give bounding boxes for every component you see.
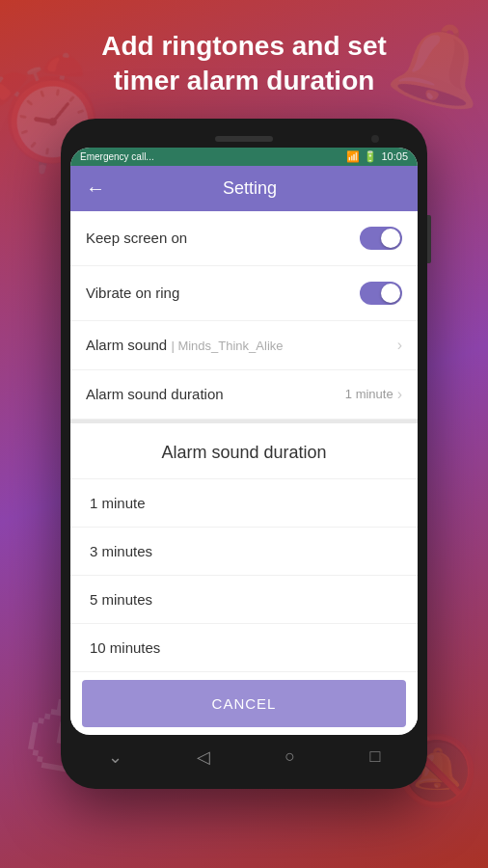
app-bar: ← Setting — [70, 166, 418, 211]
phone-frame: Emergency call... 📶 🔋 10:05 ← Setting Ke… — [61, 119, 427, 789]
duration-chevron-icon: › — [397, 386, 402, 403]
chevron-right-icon: › — [397, 337, 402, 354]
side-button — [427, 215, 431, 263]
alarm-sound-arrow: › — [397, 337, 402, 354]
dialog-title: Alarm sound duration — [70, 423, 418, 479]
speaker — [215, 136, 273, 142]
alarm-duration-value: 1 minute › — [345, 386, 402, 403]
keep-screen-thumb — [381, 229, 400, 248]
phone-top — [70, 128, 418, 148]
setting-vibrate-ring[interactable]: Vibrate on ring — [70, 266, 418, 321]
status-carrier: Emergency call... — [80, 151, 154, 162]
alarm-sound-label: Alarm sound | Minds_Think_Alike — [86, 337, 284, 353]
phone-bottom-nav: ⌄ ◁ ○ □ — [70, 735, 418, 779]
app-title: Setting — [121, 178, 402, 199]
status-time: 10:05 — [381, 150, 408, 162]
nav-back-icon[interactable]: ◁ — [197, 746, 210, 768]
status-bar: Emergency call... 📶 🔋 10:05 — [70, 148, 418, 166]
cancel-button[interactable]: CANCEL — [82, 680, 406, 727]
nav-home-icon[interactable]: ○ — [285, 746, 295, 767]
keep-screen-label: Keep screen on — [86, 230, 187, 246]
nav-recent-icon[interactable]: □ — [369, 746, 380, 767]
duration-option-5min[interactable]: 5 minutes — [70, 576, 418, 624]
alarm-duration-label: Alarm sound duration — [86, 386, 224, 402]
vibrate-ring-label: Vibrate on ring — [86, 285, 179, 301]
nav-down-icon[interactable]: ⌄ — [108, 746, 122, 768]
status-right: 📶 🔋 10:05 — [346, 150, 408, 163]
duration-option-1min[interactable]: 1 minute — [70, 479, 418, 528]
keep-screen-toggle[interactable] — [360, 227, 402, 250]
back-button[interactable]: ← — [86, 177, 105, 200]
duration-dialog: Alarm sound duration 1 minute 3 minutes … — [70, 423, 418, 727]
wifi-icon: 📶 — [346, 150, 360, 163]
duration-option-10min[interactable]: 10 minutes — [70, 624, 418, 672]
duration-option-3min[interactable]: 3 minutes — [70, 528, 418, 576]
camera — [371, 135, 379, 143]
setting-keep-screen[interactable]: Keep screen on — [70, 211, 418, 266]
setting-alarm-sound[interactable]: Alarm sound | Minds_Think_Alike › — [70, 321, 418, 370]
page-heading: Add ringtones and set timer alarm durati… — [63, 0, 425, 119]
vibrate-ring-thumb — [381, 284, 400, 303]
settings-list: Keep screen on Vibrate on ring Alarm sou… — [70, 211, 418, 420]
vibrate-ring-toggle[interactable] — [360, 282, 402, 305]
setting-alarm-duration[interactable]: Alarm sound duration 1 minute › — [70, 370, 418, 420]
signal-icon: 🔋 — [364, 150, 377, 163]
phone-screen: Emergency call... 📶 🔋 10:05 ← Setting Ke… — [70, 148, 418, 735]
